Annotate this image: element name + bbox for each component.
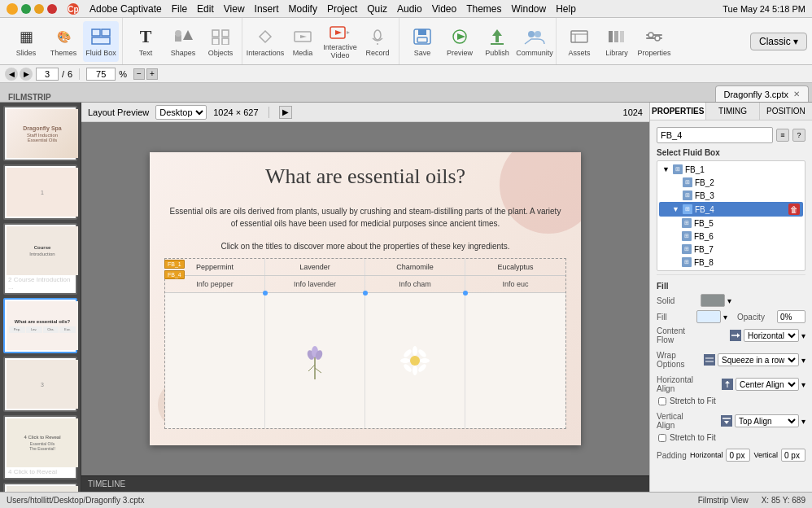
tab-properties[interactable]: PROPERTIES [650,103,706,120]
slides-button[interactable]: ▦ Slides [8,21,44,62]
menu-file[interactable]: File [172,3,187,15]
wrap-options-dropdown[interactable]: ▾ [801,356,805,365]
tree-item-fb6[interactable]: ⊞ FB_6 [659,230,803,243]
svg-point-51 [417,363,428,374]
filmstrip-slide-6[interactable]: 4 Click to Reveal Essential OilsThe Esse… [3,415,77,480]
filmstrip-slide-7[interactable]: Essential Oil Blends...The Essential! [3,483,77,492]
svg-rect-19 [418,29,426,35]
prop-options-button[interactable]: ≡ [776,129,789,142]
wrap-options-select[interactable]: Squeeze in a row Wrap [718,353,799,366]
fb-name-input[interactable] [657,127,773,143]
menu-audio[interactable]: Audio [397,3,422,15]
menu-video[interactable]: Video [432,3,456,15]
media-button[interactable]: Media [285,21,321,62]
tree-expand-fb4[interactable]: ▼ [672,205,680,213]
fill-dropdown-arrow[interactable]: ▾ [727,296,731,305]
grid-header-1[interactable]: Lavender [265,259,365,275]
opacity-input[interactable] [777,310,805,323]
menu-themes[interactable]: Themes [466,3,501,15]
library-button[interactable]: Library [599,21,635,62]
h-stretch-label: Stretch to Fit [670,396,716,405]
grid-header-3[interactable]: Eucalyptus [465,259,565,275]
tab-close-button[interactable]: ✕ [793,90,800,99]
record-button[interactable]: Record [360,21,395,62]
tab-timing[interactable]: TIMING [706,103,759,120]
content-flow-dropdown[interactable]: ▾ [801,331,805,340]
file-path: Users/htollitt/Desktop/Dragonfly 3.cptx [7,496,145,505]
grid-header-2[interactable]: Chamomile [365,259,465,275]
tree-item-fb7[interactable]: ⊞ FB_7 [659,243,803,256]
traffic-light-red[interactable] [47,4,57,14]
text-button[interactable]: T Text [128,21,164,62]
filmstrip-slide-5[interactable]: 3 [3,357,77,412]
prev-slide-button[interactable]: ◀ [5,68,18,81]
filmstrip-slide-2[interactable]: 1 [3,164,77,220]
tree-label-fb3: FB_3 [695,191,714,200]
v-stretch-checkbox[interactable] [658,434,666,442]
filmstrip-slide-3[interactable]: Course Introduction 2 Course Introductio… [3,223,77,295]
traffic-light-green[interactable] [21,4,31,14]
solid-label: Solid [657,296,697,305]
interactions-button[interactable]: Interactions [247,21,283,62]
filmstrip-slide-1[interactable]: Dragonfly Spa Staff InductionEssential O… [3,106,77,161]
v-align-dropdown[interactable]: ▾ [801,417,805,426]
interactive-video-button[interactable]: Interactive Video [322,21,358,62]
next-slide-button[interactable]: ▶ [20,68,33,81]
menu-window[interactable]: Window [512,3,547,15]
properties-button[interactable]: Properties [636,21,672,62]
wrap-options-control-row: Wrap Options Squeeze in a row Wrap ▾ [657,351,805,369]
fb1-label: FB_1 [164,260,185,269]
v-align-select[interactable]: Top Align Center Align Bottom Align [735,414,799,427]
menu-help[interactable]: Help [556,3,576,15]
navigation-bar: ◀ ▶ / 6 % − + [0,65,812,83]
tree-delete-fb4[interactable]: 🗑 [788,204,800,215]
shapes-button[interactable]: Shapes [165,21,201,62]
prop-help-button[interactable]: ? [792,129,805,142]
zoom-out-button[interactable]: − [133,68,145,80]
slide-number-input[interactable] [36,68,59,81]
tab-dragonfly[interactable]: Dragonfly 3.cptx ✕ [715,85,809,102]
filmstrip-slide-4[interactable]: What are essential oils? Pep. Lav. Cha. … [3,298,77,353]
objects-button[interactable]: Objects [203,21,238,62]
menu-edit[interactable]: Edit [197,3,214,15]
tab-position[interactable]: POSITION [760,103,812,120]
tree-item-fb1[interactable]: ▼ ⊞ FB_1 [659,163,803,176]
tree-item-fb2[interactable]: ⊞ FB_2 [659,176,803,189]
fill-color-swatch[interactable] [696,310,721,323]
menu-project[interactable]: Project [327,3,357,15]
menu-view[interactable]: View [224,3,245,15]
padding-v-input[interactable] [781,449,805,462]
tree-item-fb5[interactable]: ⊞ FB_5 [659,217,803,230]
fill-type-swatch[interactable] [701,294,725,307]
v-stretch-row: Stretch to Fit [657,433,805,442]
menu-modify[interactable]: Modify [289,3,317,15]
padding-h-input[interactable] [726,449,750,462]
tree-item-fb8[interactable]: ⊞ FB_8 [659,256,803,269]
fill-color-dropdown-arrow[interactable]: ▾ [723,313,727,322]
h-stretch-checkbox[interactable] [658,397,666,405]
h-align-dropdown[interactable]: ▾ [801,380,805,389]
preview-button[interactable]: Preview [442,21,478,62]
tree-item-fb3[interactable]: ⊞ FB_3 [659,189,803,202]
fluid-box-button[interactable]: Fluid Box [83,21,119,62]
community-button[interactable]: Community [517,21,552,62]
classic-button[interactable]: Classic ▾ [750,33,807,50]
slide-body-text: Essential oils are oils derived from pla… [166,205,565,230]
menu-quiz[interactable]: Quiz [367,3,387,15]
zoom-in-button[interactable]: + [146,68,158,80]
assets-button[interactable]: Assets [561,21,597,62]
save-button[interactable]: Save [404,21,440,62]
play-button[interactable]: ▶ [279,106,292,119]
main-layout: Dragonfly Spa Staff InductionEssential O… [0,103,812,492]
traffic-light-yellow[interactable] [34,4,44,14]
publish-button[interactable]: Publish [479,21,515,62]
zoom-input[interactable] [86,68,116,81]
device-selector[interactable]: Desktop Mobile Tablet [155,105,207,120]
tree-icon-fb1: ⊞ [673,164,683,174]
tree-expand-fb1[interactable]: ▼ [662,165,670,173]
h-align-select[interactable]: Center Align Left Align Right Align [736,378,799,391]
menu-insert[interactable]: Insert [255,3,279,15]
tree-item-fb4[interactable]: ▼ ⊞ FB_4 🗑 [659,202,803,217]
content-flow-select[interactable]: Horizontal Vertical [744,329,799,342]
themes-button[interactable]: 🎨 Themes [46,21,81,62]
